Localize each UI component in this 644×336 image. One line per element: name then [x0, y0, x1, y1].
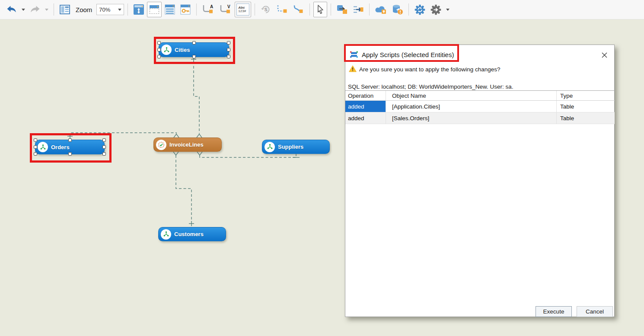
toolbar-separator: [54, 3, 54, 16]
abc-123-icon: Abc 123#: [236, 3, 249, 16]
entity-expand-icon: [133, 4, 144, 15]
table-icon: [161, 229, 171, 240]
toolbar-separator: [196, 3, 197, 16]
svg-text:S: S: [265, 7, 268, 12]
dotted-connector-button[interactable]: [274, 2, 290, 17]
connector-invoicelines-suppliers: [200, 154, 296, 157]
execute-button[interactable]: Execute: [536, 306, 572, 317]
cell-type[interactable]: Table: [557, 112, 615, 124]
connector-cities-invoicelines: [194, 61, 199, 134]
dotted-connector-icon: [276, 4, 288, 15]
cell-operation[interactable]: added: [345, 112, 386, 124]
run-settings-button[interactable]: [428, 2, 443, 17]
changes-table: Operation Object Name Type added [Applic…: [345, 90, 615, 124]
toolbar-separator: [128, 3, 128, 16]
entity-attributes-icon: [164, 4, 175, 15]
diagram-canvas[interactable]: Cities Orders InvoiceLines: [0, 19, 644, 336]
publish-to-cloud-button[interactable]: [373, 2, 389, 17]
show-datatypes-button[interactable]: Abc 123#: [235, 2, 251, 17]
apply-scripts-dialog: Apply Scripts (Selected Entities) Are yo…: [345, 45, 615, 317]
column-header-object-name[interactable]: Object Name: [386, 91, 557, 100]
entity-invoicelines[interactable]: InvoiceLines: [153, 138, 222, 152]
annotation-highlight-cities: [154, 37, 235, 64]
merge-model-icon: [352, 4, 364, 15]
main-toolbar: Zoom 70%: [0, 0, 644, 19]
table-icon: [265, 142, 275, 152]
s-circle-icon: S: [260, 4, 271, 15]
schema-refresh-button[interactable]: S: [258, 2, 273, 17]
cancel-button[interactable]: Cancel: [577, 306, 613, 317]
view-check-icon: [156, 140, 166, 150]
zoom-dropdown-caret: [118, 9, 121, 11]
table-row[interactable]: added [Application.Cities] Table: [345, 101, 615, 112]
entity-label: InvoiceLines: [169, 141, 204, 148]
warning-icon: [349, 65, 357, 72]
cell-object-name[interactable]: [Sales.Orders]: [386, 112, 557, 124]
entity-suppliers[interactable]: Suppliers: [262, 140, 330, 154]
undo-button[interactable]: [4, 2, 19, 17]
anchor-cross-customers: [189, 221, 194, 226]
toolbar-separator: [369, 3, 370, 16]
entity-keys-icon: [180, 4, 191, 15]
warning-text: Are you sure you want to apply the follo…: [359, 65, 500, 73]
zoom-value: 70%: [99, 6, 110, 13]
toolbar-separator: [408, 3, 409, 16]
pointer-tool-button[interactable]: [313, 2, 327, 17]
arrowhead-invoicelines-bottom-left: [173, 152, 179, 155]
close-icon: [602, 52, 607, 58]
column-header-operation[interactable]: Operation: [345, 91, 386, 100]
toolbar-separator: [331, 3, 331, 16]
curved-connector-button[interactable]: [290, 2, 306, 17]
server-info: SQL Server: localhost; DB: WorldWideImpo…: [348, 83, 513, 90]
curved-connector-icon: [292, 4, 304, 15]
dialog-warning: Are you sure you want to apply the follo…: [349, 65, 500, 73]
cell-operation[interactable]: added: [345, 101, 386, 112]
toolbar-separator: [255, 3, 255, 16]
entity-collapsed-icon: [149, 4, 160, 15]
entity-keys-view-button[interactable]: [178, 2, 193, 17]
diagram-panel-icon: [59, 4, 70, 15]
sync-settings-button[interactable]: [412, 2, 427, 17]
entity-expand-view-button[interactable]: [131, 2, 146, 17]
toolbar-separator: [309, 3, 310, 16]
connector-vertical-icon: V: [219, 4, 232, 15]
cell-object-name[interactable]: [Application.Cities]: [386, 101, 557, 112]
cursor-icon: [316, 4, 325, 15]
redo-button[interactable]: [28, 2, 42, 17]
close-button[interactable]: [600, 51, 608, 59]
redo-dropdown-caret[interactable]: [45, 9, 48, 11]
arrowhead-invoicelines-top-center: [197, 134, 202, 138]
gear-sync-icon: [414, 4, 426, 16]
annotation-highlight-orders: [30, 133, 112, 163]
cell-type[interactable]: Table: [557, 101, 615, 112]
table-row[interactable]: added [Sales.Orders] Table: [345, 112, 615, 124]
zoom-label: Zoom: [76, 6, 92, 13]
database-alert-icon: [392, 4, 403, 15]
copy-model-button[interactable]: [335, 2, 350, 17]
arrowhead-invoicelines-top-left: [174, 134, 179, 138]
arrowhead-invoicelines-bottom-center: [197, 152, 202, 155]
svg-text:A: A: [210, 4, 213, 9]
entity-label: Customers: [174, 231, 204, 237]
column-header-type[interactable]: Type: [557, 91, 615, 100]
settings-dropdown-caret[interactable]: [446, 9, 450, 11]
undo-dropdown-caret[interactable]: [22, 9, 25, 11]
table-header-row: Operation Object Name Type: [345, 91, 615, 101]
entity-customers[interactable]: Customers: [158, 227, 226, 241]
diagram-properties-button[interactable]: [57, 2, 72, 17]
annotation-highlight-dialog-title: [344, 44, 459, 62]
route-connectors-ascending-button[interactable]: A: [200, 2, 217, 17]
route-connectors-vertical-button[interactable]: V: [217, 2, 234, 17]
undo-icon: [6, 5, 17, 14]
zoom-combobox[interactable]: 70%: [96, 4, 124, 15]
svg-text:V: V: [227, 4, 230, 9]
entity-label: Suppliers: [278, 144, 303, 150]
entity-attributes-view-button[interactable]: [163, 2, 177, 17]
copy-model-icon: [336, 4, 348, 15]
merge-model-button[interactable]: [351, 2, 366, 17]
connector-invoicelines-customers: [176, 155, 191, 221]
connector-ascending-icon: A: [202, 4, 215, 15]
entity-collapsed-view-button[interactable]: [147, 2, 162, 17]
apply-scripts-button[interactable]: [390, 2, 405, 17]
gear-run-icon: [430, 4, 442, 16]
